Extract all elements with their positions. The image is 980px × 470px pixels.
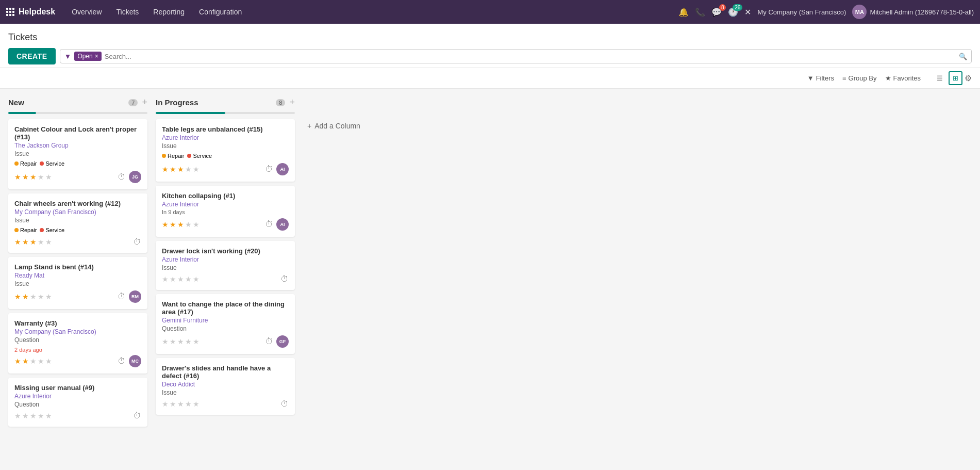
card-time-ago: 2 days ago	[14, 347, 141, 353]
star-empty[interactable]: ★	[45, 357, 52, 365]
timer-icon[interactable]: ⏱	[118, 292, 126, 301]
clock-icon[interactable]: 🕐 26	[728, 7, 738, 17]
star-empty[interactable]: ★	[14, 412, 21, 420]
star-filled[interactable]: ★	[30, 238, 37, 246]
kanban-card[interactable]: Kitchen collapsing (#1) Azure Interior I…	[156, 186, 295, 237]
star-filled[interactable]: ★	[22, 238, 29, 246]
close-icon[interactable]: ✕	[744, 7, 751, 17]
star-empty[interactable]: ★	[185, 165, 192, 173]
bell-icon[interactable]: 🔔	[678, 7, 689, 17]
star-empty[interactable]: ★	[162, 337, 169, 346]
star-filled[interactable]: ★	[170, 220, 176, 229]
star-empty[interactable]: ★	[30, 357, 37, 365]
timer-icon[interactable]: ⏱	[265, 220, 273, 229]
star-empty[interactable]: ★	[162, 275, 169, 283]
column-add-in-progress[interactable]: +	[289, 97, 295, 108]
phone-icon[interactable]: 📞	[695, 7, 705, 17]
star-empty[interactable]: ★	[170, 400, 176, 408]
kanban-card[interactable]: Drawer lock isn't working (#20) Azure In…	[156, 241, 295, 290]
list-view-icon[interactable]: ☰	[933, 72, 946, 85]
timer-icon[interactable]: ⏱	[265, 165, 273, 174]
star-filled[interactable]: ★	[14, 357, 21, 365]
star-filled[interactable]: ★	[22, 293, 29, 301]
star-empty[interactable]: ★	[30, 293, 37, 301]
star-filled[interactable]: ★	[14, 293, 21, 301]
kanban-view-icon[interactable]: ⊞	[949, 71, 962, 85]
timer-icon[interactable]: ⏱	[133, 411, 141, 420]
star-empty[interactable]: ★	[38, 238, 44, 246]
card-type: Question	[162, 325, 289, 332]
kanban-card[interactable]: Drawer's slides and handle have a defect…	[156, 358, 295, 415]
star-filled[interactable]: ★	[162, 165, 169, 173]
kanban-card[interactable]: Missing user manual (#9) Azure Interior …	[8, 378, 147, 427]
star-empty[interactable]: ★	[177, 400, 184, 408]
star-empty[interactable]: ★	[45, 173, 52, 181]
favorites-button[interactable]: ★ Favorites	[885, 74, 921, 82]
timer-icon[interactable]: ⏱	[118, 172, 126, 182]
nav-tickets[interactable]: Tickets	[110, 5, 145, 19]
star-filled[interactable]: ★	[177, 220, 184, 229]
kanban-card[interactable]: Want to change the place of the dining a…	[156, 294, 295, 354]
star-filled[interactable]: ★	[162, 220, 169, 229]
star-empty[interactable]: ★	[193, 165, 200, 173]
star-filled[interactable]: ★	[22, 173, 29, 181]
star-empty[interactable]: ★	[38, 357, 44, 365]
star-filled[interactable]: ★	[30, 173, 37, 181]
star-filled[interactable]: ★	[14, 238, 21, 246]
kanban-card[interactable]: Cabinet Colour and Lock aren't proper (#…	[8, 119, 147, 189]
star-empty[interactable]: ★	[193, 337, 200, 346]
star-empty[interactable]: ★	[45, 293, 52, 301]
settings-icon[interactable]: ⚙	[965, 73, 972, 83]
filters-button[interactable]: ▼ Filters	[807, 74, 834, 82]
groupby-button[interactable]: ≡ Group By	[842, 74, 877, 82]
chat-icon[interactable]: 💬 8	[711, 7, 722, 17]
card-actions: ⏱ RM	[118, 290, 141, 303]
star-empty[interactable]: ★	[177, 275, 184, 283]
timer-icon[interactable]: ⏱	[280, 274, 289, 284]
card-actions: ⏱ AI	[265, 218, 289, 231]
star-empty[interactable]: ★	[38, 412, 44, 420]
search-input[interactable]	[105, 53, 956, 60]
star-empty[interactable]: ★	[177, 337, 184, 346]
star-empty[interactable]: ★	[185, 400, 192, 408]
star-empty[interactable]: ★	[38, 173, 44, 181]
kanban-card[interactable]: Lamp Stand is bent (#14) Ready Mat Issue…	[8, 257, 147, 309]
star-empty[interactable]: ★	[162, 400, 169, 408]
star-empty[interactable]: ★	[170, 337, 176, 346]
nav-overview[interactable]: Overview	[65, 5, 108, 19]
star-empty[interactable]: ★	[30, 412, 37, 420]
star-filled[interactable]: ★	[170, 165, 176, 173]
star-empty[interactable]: ★	[193, 275, 200, 283]
user-menu[interactable]: MA Mitchell Admin (12696778-15-0-all)	[852, 5, 974, 19]
star-empty[interactable]: ★	[45, 238, 52, 246]
app-brand[interactable]: Helpdesk	[6, 7, 55, 17]
timer-icon[interactable]: ⏱	[118, 356, 126, 366]
star-empty[interactable]: ★	[193, 400, 200, 408]
star-filled[interactable]: ★	[177, 165, 184, 173]
create-button[interactable]: CREATE	[8, 48, 56, 64]
timer-icon[interactable]: ⏱	[280, 399, 289, 409]
nav-reporting[interactable]: Reporting	[147, 5, 191, 19]
star-empty[interactable]: ★	[193, 220, 200, 229]
star-rating: ★★★★★	[14, 173, 52, 181]
star-empty[interactable]: ★	[38, 293, 44, 301]
column-add-new[interactable]: +	[142, 97, 147, 108]
kanban-card[interactable]: Warranty (#3) My Company (San Francisco)…	[8, 313, 147, 374]
star-empty[interactable]: ★	[185, 220, 192, 229]
timer-icon[interactable]: ⏱	[133, 237, 141, 247]
kanban-card[interactable]: Chair wheels aren't working (#12) My Com…	[8, 193, 147, 253]
star-filled[interactable]: ★	[14, 173, 21, 181]
search-filter-close[interactable]: ×	[95, 53, 98, 60]
star-empty[interactable]: ★	[185, 337, 192, 346]
star-empty[interactable]: ★	[170, 275, 176, 283]
nav-configuration[interactable]: Configuration	[193, 5, 248, 19]
search-filter-tag[interactable]: Open ×	[74, 52, 101, 61]
star-empty[interactable]: ★	[185, 275, 192, 283]
star-empty[interactable]: ★	[22, 412, 29, 420]
star-filled[interactable]: ★	[22, 357, 29, 365]
timer-icon[interactable]: ⏱	[265, 337, 273, 346]
add-column-button[interactable]: + Add a Column	[303, 118, 364, 134]
card-tag: Repair	[14, 227, 37, 233]
star-empty[interactable]: ★	[45, 412, 52, 420]
kanban-card[interactable]: Table legs are unbalanced (#15) Azure In…	[156, 119, 295, 182]
